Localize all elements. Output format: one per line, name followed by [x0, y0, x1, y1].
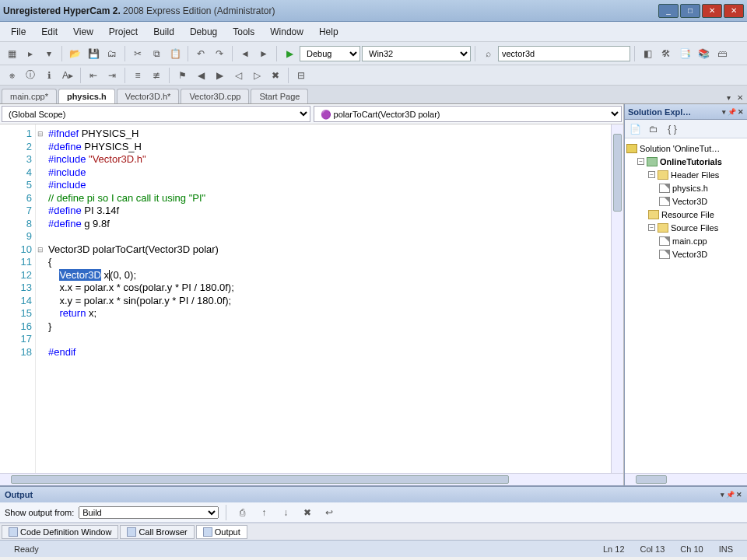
uncomment-icon[interactable]: ≢ [148, 67, 165, 84]
output-pin-icon[interactable]: 📌 [726, 491, 735, 499]
code-editor[interactable]: 123456789101112131415161718 ⊟⊟ #ifndef P… [0, 124, 623, 473]
display-member-icon[interactable]: ⎈ [3, 67, 20, 84]
save-all-icon[interactable]: 🗂 [103, 45, 121, 62]
expand-icon[interactable]: − [648, 171, 655, 178]
class-view-icon[interactable]: 📚 [695, 45, 712, 62]
status-ready: Ready [6, 544, 47, 554]
member-combo[interactable]: 🟣 polarToCart(Vector3D polar) [314, 106, 622, 122]
go-next-icon[interactable]: ↓ [277, 504, 294, 521]
platform-combo[interactable]: Win32 [362, 46, 471, 61]
view-code-icon[interactable]: { } [665, 122, 679, 136]
output-source-combo[interactable]: Build [79, 506, 219, 519]
maximize-button[interactable]: □ [680, 4, 700, 18]
project-node[interactable]: OnlineTutorials [660, 157, 722, 166]
bookmark-prev-folder-icon[interactable]: ◁ [230, 67, 247, 84]
expand-icon[interactable]: − [648, 224, 655, 231]
start-debug-icon[interactable]: ▶ [281, 45, 298, 62]
expand-icon[interactable]: − [637, 158, 644, 165]
close-button-inner[interactable]: ✕ [702, 4, 722, 18]
code-lines[interactable]: #ifndef PHYSICS_H#define PHYSICS_H#inclu… [45, 124, 623, 473]
solution-explorer-icon[interactable]: 🗃 [714, 45, 731, 62]
clear-all-icon[interactable]: ✖ [299, 504, 316, 521]
toggle-outline-icon[interactable]: ⊟ [293, 67, 310, 84]
find-icon[interactable]: ⌕ [479, 45, 496, 62]
menu-tools[interactable]: Tools [225, 24, 262, 40]
tab-start-page[interactable]: Start Page [251, 89, 308, 103]
object-browser-icon[interactable]: ◧ [639, 45, 656, 62]
horizontal-scrollbar[interactable] [0, 473, 623, 485]
menu-project[interactable]: Project [101, 24, 146, 40]
word-wrap-icon[interactable]: ↩ [321, 504, 338, 521]
output-close-icon[interactable]: ✕ [736, 491, 742, 499]
nav-back-icon[interactable]: ◄ [237, 45, 254, 62]
menu-help[interactable]: Help [311, 24, 346, 40]
bookmark-toggle-icon[interactable]: ⚑ [174, 67, 191, 84]
panel-horizontal-scrollbar[interactable] [625, 473, 747, 485]
undo-icon[interactable]: ↶ [192, 45, 209, 62]
menu-window[interactable]: Window [262, 24, 311, 40]
close-button[interactable]: ✕ [724, 4, 744, 18]
source-files-folder[interactable]: Source Files [671, 223, 718, 233]
config-combo[interactable]: Debug [300, 46, 360, 61]
active-files-dropdown-icon[interactable]: ▾ [724, 93, 733, 102]
copy-icon[interactable]: ⧉ [148, 45, 165, 62]
new-file-icon[interactable]: ▸ [22, 45, 39, 62]
bookmark-next-icon[interactable]: ▶ [211, 67, 228, 84]
bookmark-next-folder-icon[interactable]: ▷ [248, 67, 265, 84]
bookmark-prev-icon[interactable]: ◀ [192, 67, 209, 84]
status-line: Ln 12 [595, 544, 633, 554]
save-icon[interactable]: 💾 [85, 45, 102, 62]
tab-physics-h[interactable]: physics.h [58, 89, 115, 103]
output-dropdown-icon[interactable]: ▾ [721, 491, 724, 499]
menu-file[interactable]: File [3, 24, 33, 40]
scope-combo[interactable]: (Global Scope) [2, 106, 310, 122]
tab-vector3d-cpp[interactable]: Vector3D.cpp [181, 89, 249, 103]
header-files-folder[interactable]: Header Files [671, 170, 719, 180]
vertical-scrollbar[interactable] [611, 124, 623, 473]
solution-tree[interactable]: Solution 'OnlineTut… −OnlineTutorials −H… [625, 138, 747, 473]
menu-edit[interactable]: Edit [33, 24, 65, 40]
close-document-icon[interactable]: ✕ [735, 93, 745, 102]
redo-icon[interactable]: ↷ [211, 45, 228, 62]
add-item-icon[interactable]: ▾ [40, 45, 58, 62]
cut-icon[interactable]: ✂ [129, 45, 146, 62]
new-project-icon[interactable]: ▦ [3, 45, 20, 62]
panel-pin-icon[interactable]: 📌 [728, 108, 736, 116]
panel-close-icon[interactable]: ✕ [738, 108, 744, 116]
go-prev-icon[interactable]: ↑ [255, 504, 272, 521]
file-icon [659, 236, 670, 246]
minimize-button[interactable]: _ [658, 4, 679, 18]
find-message-icon[interactable]: ⎙ [233, 504, 251, 521]
header-file[interactable]: Vector3D [672, 197, 707, 206]
outlining-margin[interactable]: ⊟⊟ [36, 124, 45, 473]
bookmark-clear-icon[interactable]: ✖ [267, 67, 284, 84]
show-all-files-icon[interactable]: 🗀 [647, 122, 661, 136]
source-file[interactable]: Vector3D [672, 250, 707, 259]
decrease-indent-icon[interactable]: ⇤ [85, 67, 102, 84]
toolbox-icon[interactable]: 🛠 [658, 45, 675, 62]
tab-code-definition[interactable]: Code Definition Window [2, 525, 118, 539]
panel-dropdown-icon[interactable]: ▾ [722, 108, 726, 116]
resource-files-folder[interactable]: Resource File [661, 210, 714, 219]
open-icon[interactable]: 📂 [66, 45, 83, 62]
tab-vector3d-h[interactable]: Vector3D.h* [117, 89, 180, 103]
param-info-icon[interactable]: ⓘ [22, 67, 39, 84]
source-file[interactable]: main.cpp [672, 236, 707, 246]
tab-main-cpp[interactable]: main.cpp* [2, 89, 57, 103]
menu-debug[interactable]: Debug [182, 24, 225, 40]
properties-icon[interactable]: 📑 [676, 45, 693, 62]
paste-icon[interactable]: 📋 [167, 45, 184, 62]
properties-button-icon[interactable]: 📄 [628, 122, 642, 136]
nav-forward-icon[interactable]: ► [255, 45, 272, 62]
comment-icon[interactable]: ≡ [129, 67, 146, 84]
word-complete-icon[interactable]: A▸ [59, 67, 76, 84]
header-file[interactable]: physics.h [672, 184, 708, 193]
tab-call-browser[interactable]: Call Browser [120, 525, 194, 539]
tab-output[interactable]: Output [196, 525, 247, 539]
find-combo[interactable] [498, 46, 630, 61]
solution-node[interactable]: Solution 'OnlineTut… [640, 144, 720, 153]
menu-build[interactable]: Build [146, 24, 182, 40]
quick-info-icon[interactable]: ℹ [40, 67, 58, 84]
increase-indent-icon[interactable]: ⇥ [103, 67, 121, 84]
menu-view[interactable]: View [65, 24, 101, 40]
